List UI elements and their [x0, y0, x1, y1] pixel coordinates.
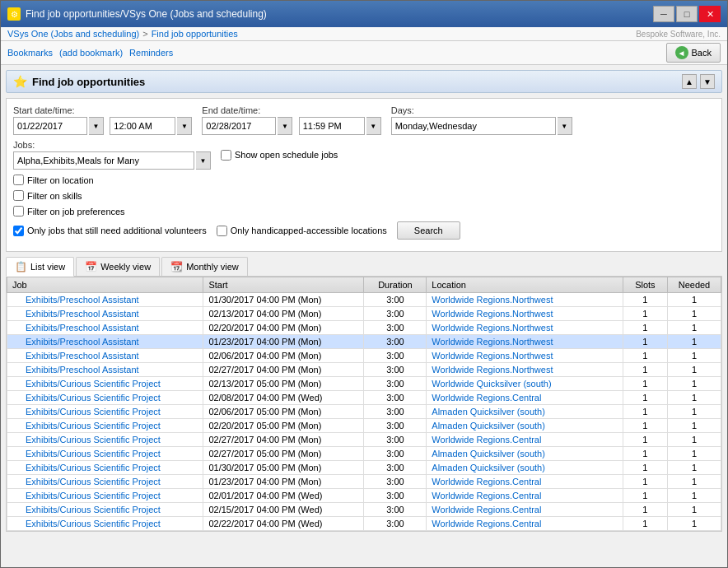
table-row[interactable]: Exhibits/Preschool Assistant 01/30/2017 …: [7, 293, 721, 307]
section-expand-button[interactable]: ▼: [700, 74, 715, 89]
job-link[interactable]: Exhibits/Preschool Assistant: [26, 323, 139, 333]
table-row[interactable]: Exhibits/Preschool Assistant 01/23/2017 …: [7, 335, 721, 349]
days-dropdown[interactable]: ▼: [558, 117, 572, 135]
filter-location-checkbox[interactable]: [13, 175, 24, 185]
cell-slots: 1: [623, 307, 667, 321]
location-link[interactable]: Almaden Quicksilver (south): [432, 421, 545, 431]
tab-weekly-view[interactable]: 📅 Weekly view: [76, 257, 160, 276]
table-row[interactable]: Exhibits/Curious Scientific Project 02/0…: [7, 489, 721, 503]
jobs-input-group: ▼: [13, 151, 211, 170]
filter-preferences-label[interactable]: Filter on job preferences: [27, 207, 125, 216]
cell-job: Exhibits/Preschool Assistant: [7, 321, 203, 335]
table-row[interactable]: Exhibits/Curious Scientific Project 02/2…: [7, 447, 721, 461]
job-link[interactable]: Exhibits/Preschool Assistant: [26, 295, 139, 305]
table-row[interactable]: Exhibits/Preschool Assistant 02/20/2017 …: [7, 321, 721, 335]
breadcrumb-parent[interactable]: VSys One (Jobs and scheduling): [7, 29, 139, 39]
location-link[interactable]: Worldwide Regions.Central: [432, 505, 541, 514]
cell-job: Exhibits/Preschool Assistant: [7, 363, 203, 377]
only-volunteers-checkbox[interactable]: [13, 226, 24, 236]
filter-skills-checkbox[interactable]: [13, 190, 24, 201]
tab-monthly-view[interactable]: 📆 Monthly view: [161, 257, 248, 276]
only-handicapped-label[interactable]: Only handicapped-accessible locations: [231, 226, 387, 235]
only-handicapped-checkbox[interactable]: [217, 226, 227, 236]
filter-preferences-checkbox[interactable]: [13, 206, 24, 216]
job-link[interactable]: Exhibits/Curious Scientific Project: [26, 421, 161, 431]
maximize-button[interactable]: □: [676, 6, 698, 22]
job-link[interactable]: Exhibits/Preschool Assistant: [26, 365, 139, 375]
table-header-row: Job Start Duration Location Slots Needed: [7, 277, 721, 293]
show-open-schedule-checkbox[interactable]: [221, 150, 231, 161]
job-link[interactable]: Exhibits/Preschool Assistant: [26, 351, 139, 361]
bookmarks-link[interactable]: Bookmarks: [7, 48, 53, 58]
location-link[interactable]: Almaden Quicksilver (south): [432, 407, 545, 417]
start-date-field[interactable]: [13, 117, 87, 135]
table-row[interactable]: Exhibits/Curious Scientific Project 02/0…: [7, 405, 721, 419]
search-button[interactable]: Search: [397, 221, 460, 240]
table-row[interactable]: Exhibits/Curious Scientific Project 02/1…: [7, 377, 721, 391]
tab-list-view[interactable]: 📋 List view: [6, 257, 74, 277]
breadcrumb-current[interactable]: Find job opportunities: [152, 29, 238, 39]
job-link[interactable]: Exhibits/Curious Scientific Project: [26, 505, 161, 514]
days-field[interactable]: [391, 117, 556, 135]
job-link[interactable]: Exhibits/Curious Scientific Project: [26, 463, 161, 473]
close-button[interactable]: ✕: [699, 6, 721, 22]
show-open-schedule-label[interactable]: Show open schedule jobs: [235, 150, 338, 160]
reminders-link[interactable]: Reminders: [129, 48, 173, 58]
location-link[interactable]: Worldwide Regions.Central: [432, 435, 541, 445]
job-link[interactable]: Exhibits/Preschool Assistant: [26, 337, 139, 347]
filter-location-label[interactable]: Filter on location: [27, 175, 94, 185]
job-link[interactable]: Exhibits/Curious Scientific Project: [26, 435, 161, 445]
section-collapse-button[interactable]: ▲: [682, 74, 697, 89]
location-link[interactable]: Worldwide Regions.Central: [432, 477, 541, 487]
location-link[interactable]: Almaden Quicksilver (south): [432, 449, 545, 459]
job-link[interactable]: Exhibits/Curious Scientific Project: [26, 449, 161, 459]
job-link[interactable]: Exhibits/Curious Scientific Project: [26, 407, 161, 417]
table-row[interactable]: Exhibits/Preschool Assistant 02/27/2017 …: [7, 363, 721, 377]
table-row[interactable]: Exhibits/Preschool Assistant 02/06/2017 …: [7, 349, 721, 363]
only-volunteers-label[interactable]: Only jobs that still need additional vol…: [27, 226, 207, 235]
cell-start: 02/15/2017 04:00 PM (Wed): [203, 503, 364, 517]
jobs-dropdown[interactable]: ▼: [196, 151, 211, 170]
table-row[interactable]: Exhibits/Curious Scientific Project 01/3…: [7, 461, 721, 475]
location-link[interactable]: Worldwide Regions.Northwest: [432, 323, 553, 333]
end-date-field[interactable]: [202, 117, 276, 135]
table-row[interactable]: Exhibits/Curious Scientific Project 01/2…: [7, 475, 721, 489]
job-link[interactable]: Exhibits/Curious Scientific Project: [26, 393, 161, 403]
minimize-button[interactable]: ─: [653, 6, 674, 22]
job-link[interactable]: Exhibits/Curious Scientific Project: [26, 491, 161, 500]
table-row[interactable]: Exhibits/Curious Scientific Project 02/1…: [7, 503, 721, 517]
location-link[interactable]: Almaden Quicksilver (south): [432, 463, 545, 473]
job-link[interactable]: Exhibits/Curious Scientific Project: [26, 477, 161, 487]
add-bookmark-link[interactable]: (add bookmark): [59, 48, 123, 58]
job-link[interactable]: Exhibits/Preschool Assistant: [26, 309, 139, 319]
end-time-field[interactable]: [299, 117, 365, 135]
location-link[interactable]: Worldwide Regions.Northwest: [432, 365, 553, 375]
jobs-field[interactable]: [13, 151, 194, 170]
start-time-field[interactable]: [110, 117, 175, 135]
location-link[interactable]: Worldwide Regions.Northwest: [432, 351, 553, 361]
weekly-view-icon: 📅: [85, 261, 97, 272]
job-link[interactable]: Exhibits/Curious Scientific Project: [26, 379, 161, 389]
table-row[interactable]: Exhibits/Preschool Assistant 02/13/2017 …: [7, 307, 721, 321]
location-link[interactable]: Worldwide Regions.Central: [432, 519, 541, 528]
job-link[interactable]: Exhibits/Curious Scientific Project: [26, 519, 161, 528]
table-row[interactable]: Exhibits/Curious Scientific Project 02/0…: [7, 391, 721, 405]
end-date-dropdown[interactable]: ▼: [278, 117, 292, 135]
days-label: Days:: [391, 105, 572, 115]
location-link[interactable]: Worldwide Regions.Central: [432, 393, 541, 403]
location-link[interactable]: Worldwide Quicksilver (south): [432, 379, 551, 389]
location-link[interactable]: Worldwide Regions.Northwest: [432, 337, 553, 347]
location-link[interactable]: Worldwide Regions.Central: [432, 491, 541, 500]
back-button[interactable]: ◄ Back: [666, 43, 721, 63]
location-link[interactable]: Worldwide Regions.Northwest: [432, 309, 553, 319]
table-row[interactable]: Exhibits/Curious Scientific Project 02/2…: [7, 517, 721, 531]
start-date-dropdown[interactable]: ▼: [89, 117, 104, 135]
table-row[interactable]: Exhibits/Curious Scientific Project 02/2…: [7, 419, 721, 433]
cell-needed: 1: [667, 391, 721, 405]
table-row[interactable]: Exhibits/Curious Scientific Project 02/2…: [7, 433, 721, 447]
location-link[interactable]: Worldwide Regions.Northwest: [432, 295, 553, 305]
filter-skills-label[interactable]: Filter on skills: [27, 191, 82, 201]
cell-location: Almaden Quicksilver (south): [427, 405, 623, 419]
start-time-dropdown[interactable]: ▼: [177, 117, 192, 135]
end-time-dropdown[interactable]: ▼: [366, 117, 381, 135]
